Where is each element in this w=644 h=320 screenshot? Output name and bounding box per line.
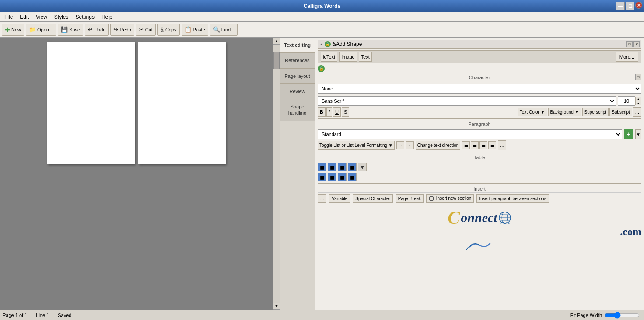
redo-icon: ↪ (113, 26, 118, 33)
more-char-button[interactable]: ... (633, 107, 641, 117)
redo-button[interactable]: ↪ Redo (110, 24, 134, 36)
scroll-up-button[interactable]: ▲ (273, 38, 280, 45)
change-text-direction-button[interactable]: Change text direction (416, 141, 461, 150)
bold-button[interactable]: B (318, 107, 326, 117)
new-icon: ✚ (5, 26, 10, 33)
document-page-1[interactable] (47, 42, 135, 164)
document-area[interactable] (0, 38, 273, 310)
table-tool-2[interactable]: ◼ (328, 163, 336, 171)
zoom-slider[interactable] (605, 312, 640, 319)
cut-button[interactable]: ✂ Cut (136, 24, 156, 36)
more-para-button[interactable]: ... (498, 140, 506, 150)
paste-button[interactable]: 📋 Paste (182, 24, 208, 36)
table-dropdown-button[interactable]: ▼ (358, 163, 367, 171)
saved-status: Saved (58, 313, 71, 318)
insert-new-section-button[interactable]: Insert new section (426, 194, 474, 203)
page-break-button[interactable]: Page Break (396, 194, 424, 203)
open-button[interactable]: 📁 Open... (26, 24, 56, 36)
scroll-down-button[interactable]: ▼ (273, 303, 280, 310)
menu-styles[interactable]: Styles (52, 13, 71, 21)
italic-button[interactable]: I (326, 107, 332, 117)
subscript-button[interactable]: Subscript (609, 108, 632, 116)
save-button[interactable]: 💾 Save (58, 24, 83, 36)
logo-area: C onnect .com (318, 207, 641, 250)
font-size-input[interactable] (618, 96, 635, 106)
list-indent-button[interactable]: → (396, 141, 404, 149)
scrollbar-thumb[interactable] (273, 52, 280, 69)
align-justify-button[interactable]: ☰ (488, 141, 496, 149)
insert-more-button[interactable]: ... (318, 194, 326, 203)
special-character-button[interactable]: Special Character (353, 194, 392, 203)
toggle-list-button[interactable]: Toggle List or List Level Formatting ▼ (318, 141, 395, 150)
align-center-button[interactable]: ☰ (471, 141, 479, 149)
superscript-button[interactable]: Superscript (582, 108, 609, 116)
paste-label: Paste (193, 27, 205, 32)
tab-review[interactable]: Review (280, 84, 315, 99)
add-shape-label: &Add Shape (332, 41, 362, 47)
font-size-up-button[interactable]: ▲ (635, 97, 641, 101)
insert-paragraph-sections-button[interactable]: Insert paragraph between sections (476, 194, 549, 203)
text-color-label: Text Color (520, 110, 539, 115)
copy-button[interactable]: ⎘ Copy (158, 24, 180, 36)
panel-restore-button[interactable]: □ (626, 41, 633, 47)
font-size-down-button[interactable]: ▼ (635, 101, 641, 105)
paragraph-style-dropdown[interactable]: Standard (318, 129, 622, 139)
table-tool-6[interactable]: ◼ (328, 173, 336, 181)
table-tool-3[interactable]: ◼ (338, 163, 346, 171)
tab-text-editing[interactable]: Text editing (280, 38, 315, 53)
globe-icon (498, 211, 511, 224)
panel-close-icon[interactable]: ✕ (634, 41, 640, 47)
list-outdent-button[interactable]: ← (406, 141, 414, 149)
vertical-scrollbar[interactable]: ▲ ▼ (273, 38, 280, 310)
ictext-shape-button[interactable]: icText (321, 52, 337, 62)
menu-view[interactable]: View (33, 13, 50, 21)
tab-page-layout[interactable]: Page layout (280, 69, 315, 84)
character-style-dropdown[interactable]: None (318, 84, 641, 94)
tab-shape-handling[interactable]: Shape handling (280, 99, 315, 121)
menu-settings[interactable]: Settings (73, 13, 97, 21)
superscript-label: Superscript (584, 110, 607, 115)
menu-edit[interactable]: Edit (17, 13, 32, 21)
more-button[interactable]: More... (616, 52, 638, 62)
table-tool-8[interactable]: ◼ (348, 173, 357, 181)
undo-button[interactable]: ↩ Undo (85, 24, 108, 36)
table-icons-row-2: ◼ ◼ ◼ ◼ (318, 173, 641, 181)
find-icon: 🔍 (213, 26, 220, 33)
menu-help[interactable]: Help (99, 13, 115, 21)
document-page-2[interactable] (138, 42, 226, 164)
image-shape-button[interactable]: Image (339, 52, 357, 62)
table-tool-7[interactable]: ◼ (338, 173, 346, 181)
character-expand-button[interactable]: □ (635, 74, 641, 80)
align-right-button[interactable]: ☰ (480, 141, 487, 149)
background-button[interactable]: Background ▼ (548, 108, 581, 116)
background-label: Background (550, 110, 574, 115)
find-button[interactable]: 🔍 Find... (210, 24, 238, 36)
minimize-button[interactable]: — (616, 2, 625, 10)
table-tool-5[interactable]: ◼ (318, 173, 326, 181)
font-family-select[interactable]: Sans Serif (318, 96, 616, 106)
save-label: Save (69, 27, 80, 32)
panel-content: ▲ 🔒 &Add Shape □ ✕ icText Image Tex (315, 38, 644, 310)
table-tool-1[interactable]: ◼ (318, 163, 326, 171)
app-title: Calligra Words (304, 3, 340, 9)
char-divider (318, 118, 641, 119)
table-tool-4[interactable]: ◼ (348, 163, 357, 171)
document-wrapper: ▲ ▼ (0, 38, 280, 310)
strikethrough-button[interactable]: S (342, 107, 349, 117)
triangle-up-icon: ▲ (319, 42, 323, 46)
align-left-button[interactable]: ☰ (462, 141, 470, 149)
cut-label: Cut (145, 27, 153, 32)
close-button[interactable]: ✕ (635, 2, 642, 9)
menu-file[interactable]: File (2, 13, 15, 21)
add-paragraph-style-button[interactable]: + (624, 129, 634, 139)
underline-button[interactable]: U (333, 107, 341, 117)
paragraph-more-button[interactable]: ▼ (635, 129, 641, 139)
maximize-button[interactable]: ☐ (626, 2, 634, 10)
variable-button[interactable]: Variable (329, 194, 350, 203)
tab-references[interactable]: References (280, 53, 315, 68)
text-color-button[interactable]: Text Color ▼ (518, 108, 547, 116)
text-direction-label: Change text direction (417, 143, 459, 148)
copy-icon: ⎘ (161, 26, 164, 33)
text-shape-button[interactable]: Text (359, 52, 372, 62)
new-button[interactable]: ✚ New (2, 24, 24, 36)
